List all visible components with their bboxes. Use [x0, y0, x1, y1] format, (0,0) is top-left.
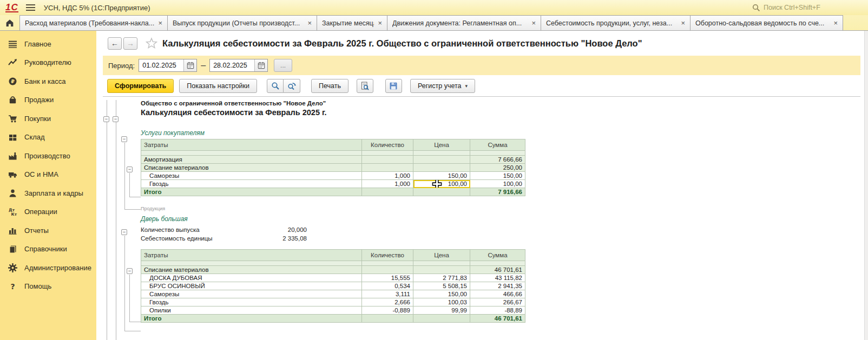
tab-dvizheniya-dokumenta[interactable]: Движения документа: Регламентная оп...×	[387, 15, 541, 30]
close-icon[interactable]: ×	[681, 19, 685, 26]
sidebar-item-operacii[interactable]: ДтКт Операции	[0, 203, 96, 222]
table-total-row[interactable]: Итого 46 701,61	[141, 315, 525, 323]
period-to-calendar-button[interactable]	[254, 59, 267, 71]
cell-qty[interactable]: 3,111	[362, 290, 413, 298]
cell-name[interactable]: Списание материалов	[141, 266, 362, 274]
cell-price[interactable]: 100,03	[413, 298, 470, 306]
cell-price[interactable]	[413, 156, 470, 164]
sidebar-item-sklad[interactable]: Склад	[0, 128, 96, 147]
sidebar-item-pokupki[interactable]: Покупки	[0, 109, 96, 128]
close-icon[interactable]: ×	[158, 19, 162, 26]
cell-sum[interactable]: -88,89	[470, 306, 525, 315]
cell-price[interactable]	[413, 164, 470, 172]
cell-price[interactable]	[413, 315, 470, 323]
selected-cell[interactable]: 100,00	[413, 180, 470, 188]
table-row[interactable]: БРУС ОСИНОВЫЙ 0,534 5 508,15 2 941,35	[141, 282, 525, 290]
close-icon[interactable]: ×	[307, 19, 312, 26]
cell-name[interactable]: Амортизация	[141, 156, 362, 164]
cell-qty[interactable]: 1,000	[362, 172, 413, 180]
collapse-toggle[interactable]: −	[121, 136, 127, 142]
cell-sum[interactable]: 100,00	[470, 180, 525, 188]
collapse-toggle[interactable]: −	[121, 229, 127, 235]
cell-sum[interactable]: 150,00	[470, 172, 525, 180]
global-search-input[interactable]: Поиск Ctrl+Shift+F	[749, 2, 863, 14]
cell-qty[interactable]	[362, 164, 413, 172]
close-icon[interactable]: ×	[378, 19, 382, 26]
cell-qty[interactable]: 1,000	[362, 180, 413, 188]
find-button[interactable]	[267, 79, 284, 93]
cell-sum[interactable]: 2 941,35	[470, 282, 525, 290]
generate-button[interactable]: Сформировать	[107, 79, 174, 93]
table-row[interactable]: Списание материалов 250,00	[141, 164, 525, 172]
tab-vypusk-produkcii[interactable]: Выпуск продукции (Отчеты производст...×	[168, 15, 317, 30]
home-button[interactable]	[0, 15, 19, 30]
back-button[interactable]: ←	[108, 37, 122, 50]
sidebar-item-bank-i-kassa[interactable]: ₽ Банк и касса	[0, 72, 96, 91]
cell-sum[interactable]: 466,66	[470, 290, 525, 298]
print-button[interactable]: Печать	[311, 79, 348, 93]
cell-name[interactable]: Опилки	[141, 306, 362, 315]
tab-zakrytie-mesyaca[interactable]: Закрытие месяца×	[317, 15, 387, 30]
cell-sum[interactable]: 43 115,82	[470, 274, 525, 282]
tab-sebestoimost[interactable]: Себестоимость продукции, услуг, неза...×	[541, 15, 691, 30]
table-row[interactable]: Амортизация 7 666,66	[141, 156, 525, 164]
cell-qty[interactable]	[362, 188, 413, 196]
cell-sum[interactable]: 7 916,66	[470, 188, 525, 196]
period-to-input[interactable]	[210, 59, 254, 71]
print-preview-button[interactable]	[357, 79, 373, 93]
close-icon[interactable]: ×	[833, 19, 838, 26]
table-row[interactable]: Саморезы 3,111 150,00 466,66	[141, 290, 525, 298]
cell-name[interactable]: Итого	[141, 188, 362, 196]
sidebar-item-proizvodstvo[interactable]: Производство	[0, 146, 96, 165]
cell-sum[interactable]: 250,00	[470, 164, 525, 172]
find-next-button[interactable]	[284, 79, 300, 93]
vertical-scrollbar[interactable]	[864, 31, 868, 340]
cell-sum[interactable]: 46 701,61	[470, 315, 525, 323]
collapse-toggle[interactable]: −	[103, 116, 109, 122]
table-total-row[interactable]: Итого 7 916,66	[141, 188, 525, 196]
cell-name[interactable]: Гвоздь	[141, 298, 362, 306]
cell-price[interactable]	[413, 266, 470, 274]
cell-price[interactable]	[413, 188, 470, 196]
cell-price[interactable]: 99,99	[413, 306, 470, 315]
collapse-toggle[interactable]: −	[127, 166, 133, 172]
cell-sum[interactable]: 46 701,61	[470, 266, 525, 274]
cell-sum[interactable]: 7 666,66	[470, 156, 525, 164]
table-row[interactable]: Саморезы 1,000 150,00 150,00	[141, 172, 525, 180]
register-dropdown-button[interactable]: Регистр учета ▾	[410, 79, 475, 93]
cell-qty[interactable]: 0,534	[362, 282, 413, 290]
collapse-toggle[interactable]: −	[113, 116, 119, 122]
cell-name[interactable]: БРУС ОСИНОВЫЙ	[141, 282, 362, 290]
cell-name[interactable]: Гвоздь	[141, 180, 362, 188]
collapse-toggle[interactable]: −	[127, 268, 133, 274]
cell-qty[interactable]	[362, 156, 413, 164]
sidebar-item-spravochniki[interactable]: Справочники	[0, 240, 96, 259]
sidebar-item-zarplata-i-kadry[interactable]: Зарплата и кадры	[0, 184, 96, 203]
cell-name[interactable]: Итого	[141, 315, 362, 323]
cell-qty[interactable]	[362, 315, 413, 323]
show-settings-button[interactable]: Показать настройки	[179, 79, 257, 93]
sidebar-item-rukovoditelyu[interactable]: Руководителю	[0, 54, 96, 72]
sidebar-item-administrirovanie[interactable]: Администрирование	[0, 258, 96, 277]
cell-qty[interactable]: 15,555	[362, 274, 413, 282]
table-row[interactable]: Опилки -0,889 99,99 -88,89	[141, 306, 525, 315]
cell-qty[interactable]: -0,889	[362, 306, 413, 315]
cell-name[interactable]: Саморезы	[141, 172, 362, 180]
sidebar-item-prodazhi[interactable]: Продажи	[0, 91, 96, 110]
close-icon[interactable]: ×	[531, 19, 536, 26]
table-row[interactable]: Списание материалов 46 701,61	[141, 266, 525, 274]
cell-sum[interactable]: 266,67	[470, 298, 525, 306]
period-from-input[interactable]	[139, 59, 183, 71]
main-menu-icon[interactable]	[26, 4, 35, 11]
cell-price[interactable]: 2 771,83	[413, 274, 470, 282]
table-row[interactable]: Гвоздь 2,666 100,03 266,67	[141, 298, 525, 306]
tab-oborotno-saldovaya[interactable]: Оборотно-сальдовая ведомость по сче...×	[691, 15, 843, 30]
cell-price[interactable]: 150,00	[413, 172, 470, 180]
cell-price[interactable]: 150,00	[413, 290, 470, 298]
forward-button[interactable]: →	[123, 37, 137, 50]
table-row[interactable]: Гвоздь 1,000 100,00 100,00	[141, 180, 525, 188]
sidebar-item-os-i-nma[interactable]: ОС и НМА	[0, 165, 96, 184]
tab-raskhod-materialov[interactable]: Расход материалов (Требования-накла...×	[19, 15, 168, 30]
sidebar-item-pomosch[interactable]: ? Помощь	[0, 277, 96, 296]
sidebar-item-otchety[interactable]: Отчеты	[0, 221, 96, 240]
